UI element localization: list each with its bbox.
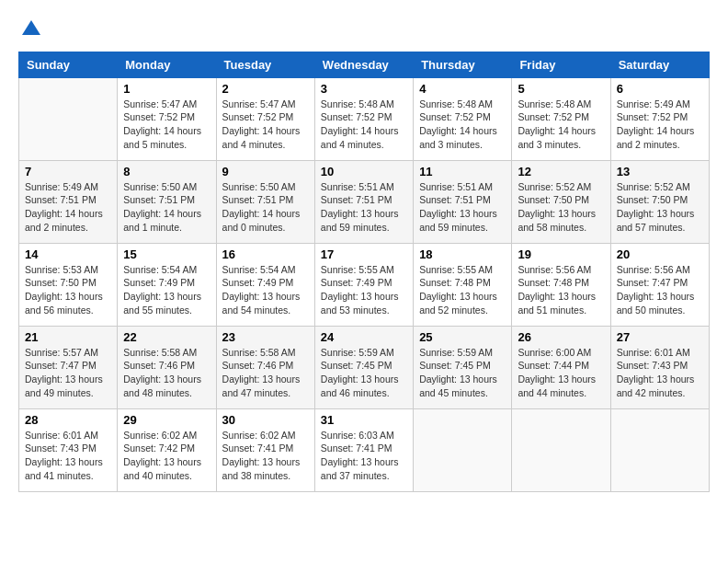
day-info: Sunrise: 6:00 AMSunset: 7:44 PMDaylight:…: [518, 346, 604, 400]
week-row-4: 21Sunrise: 5:57 AMSunset: 7:47 PMDayligh…: [19, 326, 710, 408]
col-header-sunday: Sunday: [19, 52, 118, 77]
week-row-2: 7Sunrise: 5:49 AMSunset: 7:51 PMDaylight…: [19, 160, 710, 243]
day-info: Sunrise: 5:53 AMSunset: 7:50 PMDaylight:…: [25, 263, 111, 317]
calendar-cell: 7Sunrise: 5:49 AMSunset: 7:51 PMDaylight…: [19, 160, 118, 243]
day-info: Sunrise: 5:50 AMSunset: 7:51 PMDaylight:…: [222, 180, 309, 235]
day-number: 11: [419, 165, 506, 178]
day-info: Sunrise: 5:50 AMSunset: 7:51 PMDaylight:…: [123, 180, 210, 235]
day-info: Sunrise: 5:48 AMSunset: 7:52 PMDaylight:…: [518, 98, 604, 152]
day-info: Sunrise: 5:54 AMSunset: 7:49 PMDaylight:…: [222, 263, 309, 317]
col-header-monday: Monday: [118, 52, 216, 77]
calendar-cell: 12Sunrise: 5:52 AMSunset: 7:50 PMDayligh…: [512, 160, 610, 243]
calendar-cell: 24Sunrise: 5:59 AMSunset: 7:45 PMDayligh…: [314, 326, 413, 408]
day-number: 25: [419, 330, 506, 344]
col-header-tuesday: Tuesday: [216, 52, 314, 77]
day-number: 8: [123, 165, 210, 178]
day-info: Sunrise: 5:54 AMSunset: 7:49 PMDaylight:…: [123, 263, 210, 317]
calendar-cell: 17Sunrise: 5:55 AMSunset: 7:49 PMDayligh…: [314, 243, 413, 326]
col-header-saturday: Saturday: [610, 52, 709, 77]
day-number: 24: [321, 330, 407, 344]
calendar-cell: 18Sunrise: 5:55 AMSunset: 7:48 PMDayligh…: [414, 243, 512, 326]
col-header-wednesday: Wednesday: [314, 52, 413, 77]
calendar-cell: 3Sunrise: 5:48 AMSunset: 7:52 PMDaylight…: [314, 77, 413, 160]
day-info: Sunrise: 5:48 AMSunset: 7:52 PMDaylight:…: [419, 98, 506, 152]
calendar-cell: 16Sunrise: 5:54 AMSunset: 7:49 PMDayligh…: [216, 243, 314, 326]
day-info: Sunrise: 5:47 AMSunset: 7:52 PMDaylight:…: [123, 98, 210, 152]
day-number: 7: [25, 165, 111, 178]
svg-marker-0: [22, 20, 40, 35]
week-row-5: 28Sunrise: 6:01 AMSunset: 7:43 PMDayligh…: [19, 408, 710, 491]
calendar-cell: [512, 408, 610, 491]
day-number: 17: [321, 247, 407, 261]
calendar-body: 1Sunrise: 5:47 AMSunset: 7:52 PMDaylight…: [19, 77, 710, 491]
day-info: Sunrise: 5:56 AMSunset: 7:47 PMDaylight:…: [617, 263, 703, 317]
day-number: 13: [617, 165, 703, 178]
calendar-cell: 6Sunrise: 5:49 AMSunset: 7:52 PMDaylight…: [610, 77, 709, 160]
calendar-cell: 14Sunrise: 5:53 AMSunset: 7:50 PMDayligh…: [19, 243, 118, 326]
calendar-cell: 21Sunrise: 5:57 AMSunset: 7:47 PMDayligh…: [19, 326, 118, 408]
day-number: 22: [123, 330, 210, 344]
day-info: Sunrise: 5:51 AMSunset: 7:51 PMDaylight:…: [321, 180, 407, 235]
calendar-cell: 8Sunrise: 5:50 AMSunset: 7:51 PMDaylight…: [118, 160, 216, 243]
day-number: 5: [518, 82, 604, 96]
day-info: Sunrise: 6:02 AMSunset: 7:42 PMDaylight:…: [123, 429, 210, 483]
calendar-cell: 15Sunrise: 5:54 AMSunset: 7:49 PMDayligh…: [118, 243, 216, 326]
day-number: 3: [321, 82, 407, 96]
calendar-cell: 2Sunrise: 5:47 AMSunset: 7:52 PMDaylight…: [216, 77, 314, 160]
calendar-cell: 20Sunrise: 5:56 AMSunset: 7:47 PMDayligh…: [610, 243, 709, 326]
calendar-cell: 19Sunrise: 5:56 AMSunset: 7:48 PMDayligh…: [512, 243, 610, 326]
calendar-cell: 30Sunrise: 6:02 AMSunset: 7:41 PMDayligh…: [216, 408, 314, 491]
col-header-thursday: Thursday: [414, 52, 512, 77]
day-info: Sunrise: 6:02 AMSunset: 7:41 PMDaylight:…: [222, 429, 309, 483]
day-number: 15: [123, 247, 210, 261]
calendar-cell: [414, 408, 512, 491]
page-header: [18, 18, 710, 42]
day-number: 31: [321, 413, 407, 427]
day-info: Sunrise: 5:56 AMSunset: 7:48 PMDaylight:…: [518, 263, 604, 317]
calendar-cell: 5Sunrise: 5:48 AMSunset: 7:52 PMDaylight…: [512, 77, 610, 160]
calendar-cell: 26Sunrise: 6:00 AMSunset: 7:44 PMDayligh…: [512, 326, 610, 408]
day-number: 4: [419, 82, 506, 96]
day-info: Sunrise: 5:55 AMSunset: 7:48 PMDaylight:…: [419, 263, 506, 317]
calendar-cell: 11Sunrise: 5:51 AMSunset: 7:51 PMDayligh…: [414, 160, 512, 243]
day-info: Sunrise: 6:01 AMSunset: 7:43 PMDaylight:…: [25, 429, 111, 483]
calendar-cell: [19, 77, 118, 160]
calendar-cell: 22Sunrise: 5:58 AMSunset: 7:46 PMDayligh…: [118, 326, 216, 408]
day-number: 19: [518, 247, 604, 261]
day-number: 28: [25, 413, 111, 427]
day-info: Sunrise: 5:57 AMSunset: 7:47 PMDaylight:…: [25, 346, 111, 400]
day-number: 26: [518, 330, 604, 344]
header-row: SundayMondayTuesdayWednesdayThursdayFrid…: [19, 52, 710, 77]
calendar-cell: 1Sunrise: 5:47 AMSunset: 7:52 PMDaylight…: [118, 77, 216, 160]
day-info: Sunrise: 5:48 AMSunset: 7:52 PMDaylight:…: [321, 98, 407, 152]
day-info: Sunrise: 5:47 AMSunset: 7:52 PMDaylight:…: [222, 98, 309, 152]
day-number: 18: [419, 247, 506, 261]
calendar-cell: 13Sunrise: 5:52 AMSunset: 7:50 PMDayligh…: [610, 160, 709, 243]
day-number: 1: [123, 82, 210, 96]
logo: [18, 18, 42, 42]
day-number: 16: [222, 247, 309, 261]
calendar-header: SundayMondayTuesdayWednesdayThursdayFrid…: [19, 52, 710, 77]
day-info: Sunrise: 5:59 AMSunset: 7:45 PMDaylight:…: [419, 346, 506, 400]
day-info: Sunrise: 5:51 AMSunset: 7:51 PMDaylight:…: [419, 180, 506, 235]
day-info: Sunrise: 5:58 AMSunset: 7:46 PMDaylight:…: [222, 346, 309, 400]
day-info: Sunrise: 5:52 AMSunset: 7:50 PMDaylight:…: [518, 180, 604, 235]
day-number: 10: [321, 165, 407, 178]
calendar-cell: 4Sunrise: 5:48 AMSunset: 7:52 PMDaylight…: [414, 77, 512, 160]
day-info: Sunrise: 6:01 AMSunset: 7:43 PMDaylight:…: [617, 346, 703, 400]
day-number: 27: [617, 330, 703, 344]
calendar-cell: 27Sunrise: 6:01 AMSunset: 7:43 PMDayligh…: [610, 326, 709, 408]
day-info: Sunrise: 5:55 AMSunset: 7:49 PMDaylight:…: [321, 263, 407, 317]
logo-icon: [20, 18, 42, 37]
calendar-cell: 28Sunrise: 6:01 AMSunset: 7:43 PMDayligh…: [19, 408, 118, 491]
calendar-cell: 31Sunrise: 6:03 AMSunset: 7:41 PMDayligh…: [314, 408, 413, 491]
calendar-table: SundayMondayTuesdayWednesdayThursdayFrid…: [18, 52, 710, 492]
day-number: 12: [518, 165, 604, 178]
day-info: Sunrise: 6:03 AMSunset: 7:41 PMDaylight:…: [321, 429, 407, 483]
calendar-cell: 9Sunrise: 5:50 AMSunset: 7:51 PMDaylight…: [216, 160, 314, 243]
day-number: 30: [222, 413, 309, 427]
col-header-friday: Friday: [512, 52, 610, 77]
day-info: Sunrise: 5:49 AMSunset: 7:52 PMDaylight:…: [617, 98, 703, 152]
day-number: 6: [617, 82, 703, 96]
day-number: 29: [123, 413, 210, 427]
